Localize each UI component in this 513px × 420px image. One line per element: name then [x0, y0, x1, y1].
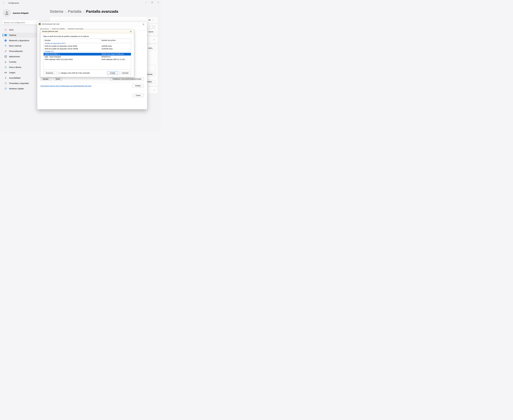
cell-file: Perfil calibrado HDR 21-11-202...	[101, 58, 131, 61]
group-label: Perfiles de dispositivo WCS	[45, 43, 66, 44]
identify-button[interactable]: nitores	[147, 30, 155, 34]
svg-rect-4	[5, 36, 6, 36]
checkbox-box	[58, 72, 60, 74]
col-file-header[interactable]: Nombre de archivo	[101, 39, 131, 42]
table-row[interactable]: Agfa : Swop Standard RSWOP.icm	[44, 55, 131, 58]
nav-label: Red e Internet	[9, 45, 21, 47]
nav-privacidad[interactable]: Privacidad y seguridad	[3, 81, 39, 86]
sidebar: Juanma Delgado Inicio Sistema Bluetooth …	[0, 6, 40, 132]
back-button[interactable]	[1, 0, 7, 6]
nav-accesibilidad[interactable]: Accesibilidad	[3, 75, 39, 81]
apps-icon	[4, 55, 7, 58]
nav-bluetooth[interactable]: Bluetooth y dispositivos	[3, 38, 39, 43]
chevron-down-icon	[153, 89, 155, 91]
brush-icon	[4, 50, 7, 52]
svg-rect-8	[6, 56, 7, 56]
cm-close-button[interactable]	[141, 22, 146, 26]
dropdown-small[interactable]	[149, 25, 155, 29]
display-dropdown[interactable]: DE	[147, 18, 155, 22]
crumb-current: Pantalla avanzada	[86, 9, 118, 14]
svg-point-2	[6, 12, 7, 13]
nav-label: Cuentas	[9, 61, 16, 63]
search-input[interactable]	[3, 20, 39, 25]
nav-label: Accesibilidad	[9, 77, 21, 79]
cm-set-default-button[interactable]: Establecer como perfil predeterminado	[110, 77, 144, 81]
table-header: Nombre Nombre de archivo	[44, 39, 131, 42]
window-controls	[143, 0, 161, 5]
cell-file: RSWOP.icm	[101, 55, 131, 58]
crumb-sistema[interactable]: Sistema	[50, 9, 63, 14]
nav-sistema[interactable]: Sistema	[3, 33, 39, 38]
cm-info-link[interactable]: Información acerca de la configuración d…	[40, 85, 92, 87]
nav: Inicio Sistema Bluetooth y dispositivos …	[3, 27, 39, 91]
nav-red[interactable]: Red e Internet	[3, 43, 39, 48]
assoc-titlebar: Asociar perfil de color	[40, 30, 134, 33]
nav-hora[interactable]: Hora e idioma	[3, 65, 39, 70]
window-title: Configuración	[8, 2, 19, 4]
cm-add-button[interactable]: Agregar...	[40, 77, 52, 81]
accept-button[interactable]: Aceptar	[107, 71, 118, 75]
table-row[interactable]: Perfil de modelo de dispositivo virtual …	[44, 47, 131, 50]
table-row[interactable]: Perfil de modelo de dispositivo virtual …	[44, 45, 131, 47]
cm-titlebar: Administración del color	[37, 22, 147, 26]
user-row[interactable]: Juanma Delgado	[3, 9, 39, 17]
cm-actions-row: Agregar... Quitar Establecer como perfil…	[40, 77, 144, 81]
maximize-button[interactable]	[149, 0, 155, 5]
svg-point-11	[5, 61, 6, 62]
cm-close-footer-button[interactable]: Cerrar	[132, 94, 144, 97]
col-name-header[interactable]: Nombre	[44, 39, 101, 42]
cm-remove-button[interactable]: Quitar	[54, 77, 62, 81]
minimize-button[interactable]	[143, 0, 149, 5]
nav-juegos[interactable]: Juegos	[3, 70, 39, 75]
nav-cuentas[interactable]: Cuentas	[3, 59, 39, 64]
svg-rect-7	[5, 56, 6, 56]
breadcrumb: Sistema › Pantalla › Pantalla avanzada	[50, 9, 158, 14]
cancel-button[interactable]: Cancelar	[119, 71, 131, 75]
svg-point-16	[6, 73, 7, 73]
nav-personalizacion[interactable]: Personalización	[3, 49, 39, 54]
nav-label: Personalización	[9, 50, 23, 52]
cm-profiles-button[interactable]: Perfiles	[132, 84, 144, 88]
assoc-close-button[interactable]	[128, 30, 133, 33]
group-icc: Perfiles ICC	[44, 50, 131, 53]
nav-aplicaciones[interactable]: Aplicaciones	[3, 54, 39, 59]
cell-file: wsRGB.cdmp	[101, 45, 131, 47]
nav-inicio[interactable]: Inicio	[3, 27, 39, 32]
group-wcs: Perfiles de dispositivo WCS	[44, 42, 131, 45]
table-row-selected[interactable]: sRGB IEC61966-2.1 sRGB Color Space Profi…	[44, 53, 131, 55]
svg-rect-3	[4, 34, 7, 36]
cell-name: Perfil calibrado HDR 21/11/2023 8503	[44, 58, 101, 61]
svg-rect-1	[152, 2, 153, 3]
bluetooth-icon	[4, 39, 7, 42]
nav-label: Sistema	[9, 34, 16, 36]
shield-icon	[4, 82, 7, 85]
wifi-icon	[4, 45, 7, 47]
nav-label: Windows Update	[9, 88, 24, 90]
crumb-pantalla[interactable]: Pantalla	[68, 9, 81, 14]
dropdown-value: DE	[148, 19, 151, 21]
svg-point-15	[6, 72, 6, 73]
cm-title: Administración del color	[42, 23, 59, 25]
svg-point-13	[5, 66, 7, 68]
search-box	[3, 20, 39, 25]
close-button[interactable]	[155, 0, 161, 5]
profile-8503-button[interactable]: 8503...	[147, 46, 155, 50]
nav-label: Juegos	[9, 72, 15, 74]
clock-icon	[4, 66, 7, 69]
assoc-title: Asociar perfil de color	[42, 30, 58, 32]
assoc-body: Elija un perfil de la lista de perfiles …	[40, 33, 134, 76]
update-icon	[4, 87, 7, 90]
assoc-instruction: Elija un perfil de la lista de perfiles …	[44, 35, 131, 37]
table-row[interactable]: Perfil calibrado HDR 21/11/2023 8503 Per…	[44, 58, 131, 61]
cell-name: Agfa : Swop Standard	[44, 55, 101, 58]
color-mgmt-icon	[39, 23, 41, 25]
associate-profile-dialog: Asociar perfil de color Elija un perfil …	[40, 29, 134, 77]
browse-button[interactable]: Examinar...	[44, 71, 57, 75]
gamepad-icon	[4, 71, 7, 74]
nav-update[interactable]: Windows Update	[3, 86, 39, 91]
svg-rect-10	[6, 57, 7, 58]
advanced-checkbox[interactable]: Agregar como perfil de Color avanzado	[58, 72, 90, 74]
chevron-right-icon: ›	[83, 10, 84, 13]
nav-label: Inicio	[9, 29, 14, 31]
assoc-actions: Examinar... Agregar como perfil de Color…	[44, 71, 131, 75]
